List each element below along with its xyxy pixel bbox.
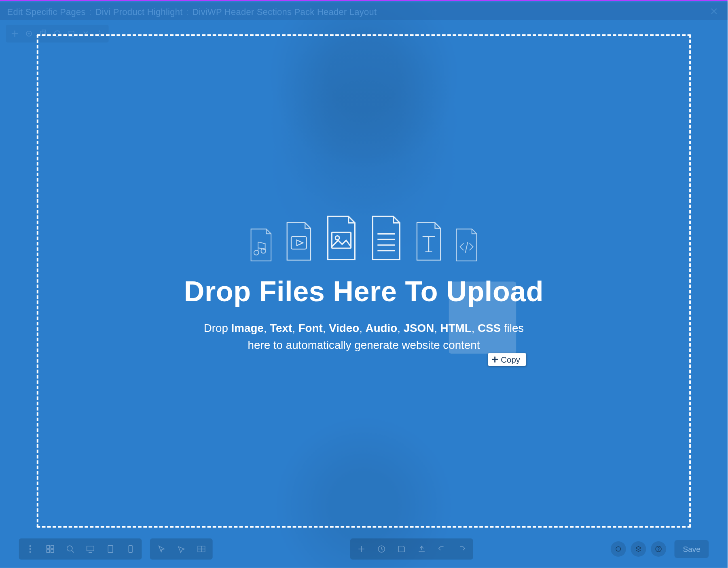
- svg-rect-35: [51, 549, 54, 552]
- svg-point-14: [254, 250, 259, 255]
- add-element-icon[interactable]: [353, 541, 370, 557]
- svg-line-26: [466, 242, 468, 253]
- click-mode-icon[interactable]: [152, 541, 170, 557]
- hover-mode-icon[interactable]: [172, 541, 190, 557]
- svg-point-30: [30, 548, 31, 550]
- grid-mode-icon[interactable]: [193, 541, 210, 557]
- redo-icon[interactable]: [453, 541, 471, 557]
- menu-icon[interactable]: [21, 541, 39, 557]
- drop-zone-content: Drop Files Here To Upload Drop Image, Te…: [0, 214, 728, 354]
- builder-bottom-toolbar: ? Save: [0, 537, 728, 561]
- history-icon[interactable]: [373, 541, 391, 557]
- svg-point-29: [30, 545, 31, 547]
- svg-rect-41: [129, 545, 132, 553]
- svg-text:?: ?: [658, 547, 660, 551]
- code-file-icon: [453, 228, 480, 262]
- svg-rect-38: [87, 546, 94, 551]
- file-type-icons: [248, 214, 480, 262]
- wireframe-view-icon[interactable]: [41, 541, 59, 557]
- phone-view-icon[interactable]: [122, 541, 140, 557]
- interaction-cluster: [150, 538, 213, 560]
- plus-icon: [491, 356, 499, 363]
- svg-rect-33: [51, 545, 54, 548]
- video-file-icon: [283, 221, 315, 262]
- svg-rect-34: [47, 549, 49, 552]
- svg-rect-16: [291, 236, 307, 249]
- file-drop-overlay[interactable]: Drop Files Here To Upload Drop Image, Te…: [0, 1, 728, 568]
- page-settings-icon[interactable]: [611, 541, 626, 557]
- layout-cluster: [19, 538, 142, 560]
- desktop-view-icon[interactable]: [82, 541, 99, 557]
- help-icon[interactable]: ?: [651, 541, 667, 557]
- svg-line-37: [72, 551, 74, 552]
- layers-icon[interactable]: [631, 541, 646, 557]
- font-file-icon: [413, 221, 445, 262]
- builder-surface: Edit Specific Pages : Divi Product Highl…: [0, 0, 728, 568]
- audio-file-icon: [248, 228, 275, 262]
- drop-zone-subtitle: Drop Image, Text, Font, Video, Audio, JS…: [199, 319, 529, 354]
- save-draft-icon[interactable]: [393, 541, 411, 557]
- svg-point-31: [30, 551, 31, 553]
- document-file-icon: [368, 214, 405, 262]
- svg-rect-17: [332, 232, 351, 248]
- svg-point-36: [67, 546, 72, 551]
- svg-rect-32: [47, 545, 49, 548]
- svg-point-48: [616, 547, 621, 551]
- history-cluster: [350, 538, 473, 560]
- drag-copy-badge: Copy: [488, 353, 526, 366]
- drop-zone-title: Drop Files Here To Upload: [184, 275, 544, 307]
- svg-rect-40: [108, 545, 113, 553]
- svg-point-18: [335, 236, 339, 240]
- tablet-view-icon[interactable]: [102, 541, 119, 557]
- save-button[interactable]: Save: [675, 540, 709, 558]
- image-file-icon: [323, 214, 360, 262]
- portability-icon[interactable]: [413, 541, 431, 557]
- zoom-icon[interactable]: [61, 541, 79, 557]
- undo-icon[interactable]: [433, 541, 451, 557]
- page-help-buttons: ?: [611, 541, 666, 557]
